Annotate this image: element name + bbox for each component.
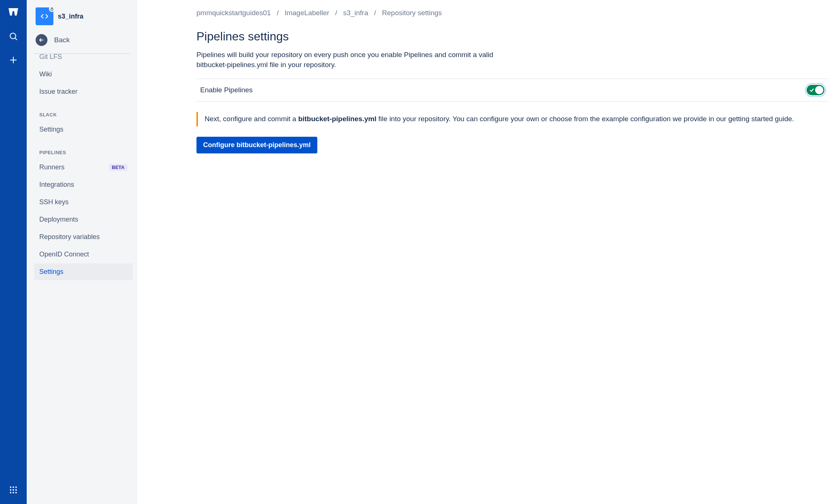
svg-rect-4 [10, 487, 11, 488]
breadcrumb: pmmquickstartguides01 / ImageLabeller / … [196, 9, 828, 17]
svg-rect-9 [16, 489, 17, 491]
svg-rect-13 [51, 9, 53, 10]
callout-text-bold: bitbucket-pipelines.yml [298, 115, 376, 123]
page-title: Pipelines settings [196, 30, 828, 43]
sidebar-item-openid-connect[interactable]: OpenID Connect [34, 246, 133, 263]
sidebar-item-wiki[interactable]: Wiki [34, 66, 133, 83]
breadcrumb-separator: / [374, 9, 376, 17]
sidebar-item-label: Git LFS [39, 54, 62, 61]
svg-rect-5 [13, 487, 14, 488]
breadcrumb-link[interactable]: s3_infra [343, 9, 368, 17]
repo-title: s3_infra [58, 13, 83, 20]
svg-rect-8 [13, 489, 14, 491]
product-logo-icon[interactable] [6, 5, 21, 20]
svg-rect-6 [16, 487, 17, 488]
check-icon [809, 87, 814, 95]
sidebar-item-label: Settings [39, 268, 63, 276]
breadcrumb-separator: / [335, 9, 337, 17]
back-label: Back [54, 36, 70, 44]
beta-badge: BETA [109, 164, 128, 171]
repo-header: s3_infra [27, 0, 137, 31]
sidebar-item-ssh-keys[interactable]: SSH keys [34, 194, 133, 210]
sidebar-item-label: Settings [39, 126, 63, 133]
section-heading-slack: SLACK [34, 101, 133, 121]
section-heading-pipelines: PIPELINES [34, 139, 133, 159]
sidebar-item-label: Integrations [39, 181, 74, 189]
breadcrumb-link[interactable]: Repository settings [382, 9, 442, 17]
callout: Next, configure and commit a bitbucket-p… [196, 112, 828, 126]
sidebar-item-deployments[interactable]: Deployments [34, 211, 133, 228]
callout-text-suffix: file into your repository. You can confi… [377, 115, 794, 123]
sidebar-item-label: Issue tracker [39, 88, 77, 96]
sidebar-item-git-lfs[interactable]: Git LFS [34, 54, 133, 65]
sidebar-item-issue-tracker[interactable]: Issue tracker [34, 83, 133, 100]
svg-rect-12 [16, 492, 17, 494]
sidebar-item-label: Runners [39, 163, 64, 171]
enable-pipelines-row: Enable Pipelines [196, 79, 828, 102]
back-button[interactable]: Back [27, 31, 137, 53]
enable-pipelines-label: Enable Pipelines [200, 86, 253, 94]
repo-avatar [36, 7, 53, 25]
svg-rect-11 [13, 492, 14, 494]
sidebar-item-runners[interactable]: Runners BETA [34, 159, 133, 176]
toggle-knob [815, 86, 823, 94]
sidebar-item-label: OpenID Connect [39, 251, 89, 258]
svg-line-1 [15, 38, 17, 40]
lock-icon [49, 6, 55, 12]
svg-rect-7 [10, 489, 11, 491]
search-icon[interactable] [6, 29, 21, 44]
svg-point-0 [10, 33, 16, 39]
sidebar-item-label: SSH keys [39, 198, 69, 206]
main-content: pmmquickstartguides01 / ImageLabeller / … [137, 0, 837, 504]
arrow-left-icon [36, 34, 47, 46]
sidebar: s3_infra Back Git LFS Wiki Issue tracker… [27, 0, 137, 504]
breadcrumb-link[interactable]: pmmquickstartguides01 [196, 9, 271, 17]
sidebar-item-label: Wiki [39, 70, 52, 78]
sidebar-item-label: Deployments [39, 216, 78, 223]
sidebar-item-slack-settings[interactable]: Settings [34, 121, 133, 138]
global-nav [0, 0, 27, 504]
sidebar-item-pipelines-settings[interactable]: Settings [34, 263, 133, 280]
page-description: Pipelines will build your repository on … [196, 50, 519, 70]
sidebar-item-repository-variables[interactable]: Repository variables [34, 229, 133, 245]
sidebar-item-label: Repository variables [39, 233, 100, 241]
sidebar-item-integrations[interactable]: Integrations [34, 176, 133, 193]
enable-pipelines-toggle[interactable] [807, 85, 824, 95]
callout-text-prefix: Next, configure and commit a [205, 115, 298, 123]
configure-pipelines-button[interactable]: Configure bitbucket-pipelines.yml [196, 137, 317, 153]
svg-rect-10 [10, 492, 11, 494]
breadcrumb-separator: / [277, 9, 279, 17]
breadcrumb-link[interactable]: ImageLabeller [285, 9, 329, 17]
sidebar-nav[interactable]: Git LFS Wiki Issue tracker SLACK Setting… [27, 54, 137, 504]
create-icon[interactable] [6, 53, 21, 67]
apps-grid-icon[interactable] [6, 483, 21, 497]
